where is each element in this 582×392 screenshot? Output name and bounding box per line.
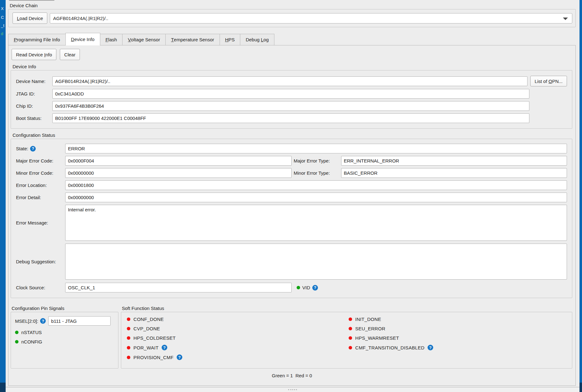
vid-indicator: VID ? (297, 285, 318, 291)
edge-text-fragment: d (1, 31, 3, 36)
device-chain-select[interactable]: AGFB014R24A(.|R1|R2)/.. (50, 13, 572, 23)
state-row: State:? ERROR (16, 144, 567, 153)
help-icon[interactable]: ? (428, 345, 433, 350)
hps-coldreset-label: HPS_COLDRESET (133, 335, 176, 341)
device-chain-select-value: AGFB014R24A(.|R1|R2)/.. (53, 16, 108, 21)
error-message-row: Error Message: Internal error. (16, 205, 567, 241)
major-error-type-field[interactable]: ERR_INTERNAL_ERROR (341, 156, 567, 166)
error-detail-field[interactable]: 0x00000000 (65, 193, 567, 202)
vid-label: VID (302, 285, 310, 290)
list-of-opn-button[interactable]: List of OPN... (530, 76, 567, 86)
state-field[interactable]: ERROR (65, 144, 567, 153)
cmf-transition-disabled-indicator: CMF_TRANSITION_DISABLED ? (349, 345, 433, 350)
major-error-type-label: Major Error Type: (294, 158, 341, 163)
help-icon[interactable]: ? (177, 354, 182, 360)
major-error-code-field[interactable]: 0x0000F004 (65, 156, 292, 166)
led-icon (349, 317, 352, 321)
clipped-element-edge (9, 0, 55, 1)
tab-bar: Programming File Info Device Info Flash … (8, 33, 579, 45)
por-wait-label: POR_WAIT (133, 345, 158, 350)
minor-error-code-field[interactable]: 0x00000000 (65, 168, 292, 178)
read-device-info-button[interactable]: Read Device Info (12, 49, 56, 60)
minor-error-type-field[interactable]: BASIC_ERROR (341, 168, 567, 178)
load-device-button[interactable]: Load Device (13, 13, 47, 24)
device-info-tab-panel: Read Device Info Clear Device Info Devic… (8, 45, 576, 386)
led-icon (349, 346, 352, 349)
tab-temperature-sensor[interactable]: Temperature Sensor (165, 34, 220, 45)
led-icon (127, 336, 130, 340)
cvp-done-indicator: CVP_DONE (127, 326, 349, 331)
jtag-id-row: JTAG ID: 0xC341A0DD (16, 89, 567, 99)
conf-done-label: CONF_DONE (133, 317, 164, 322)
init-done-indicator: INIT_DONE (349, 317, 433, 322)
device-info-group-label: Device Info (13, 64, 575, 69)
help-icon[interactable]: ? (30, 146, 36, 152)
debug-suggestion-textarea[interactable] (65, 244, 567, 280)
help-icon[interactable]: ? (40, 318, 46, 324)
soft-function-left-column: CONF_DONE CVP_DONE HPS_COLDRESET PO (127, 317, 349, 368)
boot-status-label: Boot Status: (16, 116, 52, 121)
minor-error-type-label: Minor Error Type: (294, 170, 341, 176)
led-icon (297, 286, 300, 289)
led-icon (127, 317, 130, 321)
cvp-done-label: CVP_DONE (133, 326, 160, 331)
msel-label: MSEL[2:0]: (15, 318, 38, 324)
toolbar: Read Device Info Clear (12, 49, 575, 60)
provision-cmf-label: PROVISION_CMF (133, 355, 174, 360)
led-icon (15, 331, 18, 334)
splitter-grip-icon (288, 389, 297, 390)
jtag-id-field[interactable]: 0xC341A0DD (52, 89, 529, 99)
bottom-status-columns: Configuration Pin Signals MSEL[2:0]: ? b… (8, 306, 575, 369)
soft-function-status-group-label: Soft Function Status (122, 306, 572, 311)
msel-row: MSEL[2:0]: ? b111 - JTAG (15, 316, 114, 326)
chip-id-field[interactable]: 0x937FA6F4B3B0F264 (52, 101, 529, 111)
clock-source-field[interactable]: OSC_CLK_1 (65, 283, 292, 292)
minor-error-code-label: Minor Error Code: (16, 170, 65, 176)
error-message-label: Error Message: (16, 220, 65, 225)
chip-id-label: Chip ID: (16, 103, 52, 109)
seu-error-indicator: SEU_ERROR (349, 326, 433, 331)
debug-suggestion-row: Debug Suggestion: (16, 244, 567, 280)
provision-cmf-indicator: PROVISION_CMF ? (127, 354, 349, 360)
edge-strip-dark-segment (0, 383, 6, 392)
nconfig-label: nCONFIG (21, 339, 42, 344)
nconfig-indicator: nCONFIG (15, 339, 114, 344)
clear-button[interactable]: Clear (60, 49, 80, 60)
device-name-field[interactable]: AGFB014R24A(.|R1|R2)/.. (52, 76, 527, 86)
error-location-label: Error Location: (16, 183, 65, 188)
help-icon[interactable]: ? (312, 285, 318, 291)
led-icon (15, 340, 18, 343)
tab-device-info[interactable]: Device Info (65, 33, 100, 45)
error-detail-label: Error Detail: (16, 195, 65, 200)
tab-flash[interactable]: Flash (100, 34, 123, 45)
tab-programming-file-info[interactable]: Programming File Info (8, 34, 66, 45)
cmf-transition-disabled-label: CMF_TRANSITION_DISABLED (355, 345, 424, 350)
init-done-label: INIT_DONE (355, 317, 381, 322)
configuration-pin-signals-groupbox: MSEL[2:0]: ? b111 - JTAG nSTATUS nCONFIG (11, 312, 118, 369)
nstatus-indicator: nSTATUS (15, 330, 114, 335)
clock-source-row: Clock Source: OSC_CLK_1 VID ? (16, 283, 567, 292)
tab-debug-log[interactable]: Debug Log (240, 34, 274, 45)
device-info-groupbox: Device Name: AGFB014R24A(.|R1|R2)/.. Lis… (11, 70, 572, 129)
right-edge-panel (579, 0, 582, 392)
edge-text-fragment: X (1, 6, 4, 11)
edge-strip-dark-segment (579, 383, 582, 392)
left-edge-panel: X C _t d (0, 0, 6, 392)
state-label: State:? (16, 146, 65, 152)
boot-status-field[interactable]: B01000FF 17E69000 422000E1 C00048FF (52, 113, 529, 123)
tab-voltage-sensor[interactable]: Voltage Sensor (122, 34, 166, 45)
conf-done-indicator: CONF_DONE (127, 317, 349, 322)
error-location-field[interactable]: 0x00001800 (65, 180, 567, 190)
hps-warmreset-label: HPS_WARMRESET (355, 335, 399, 341)
error-message-textarea[interactable]: Internal error. (65, 205, 567, 241)
help-icon[interactable]: ? (162, 345, 167, 350)
debug-suggestion-label: Debug Suggestion: (16, 259, 65, 264)
bottom-splitter[interactable] (6, 387, 579, 392)
boot-status-row: Boot Status: B01000FF 17E69000 422000E1 … (16, 113, 567, 123)
clock-source-label: Clock Source: (16, 285, 65, 290)
msel-field[interactable]: b111 - JTAG (48, 316, 111, 326)
device-chain-groupbox: Load Device AGFB014R24A(.|R1|R2)/.. (8, 9, 576, 27)
error-location-row: Error Location: 0x00001800 (16, 180, 567, 190)
led-icon (127, 346, 130, 349)
tab-hps[interactable]: HPS (220, 34, 241, 45)
